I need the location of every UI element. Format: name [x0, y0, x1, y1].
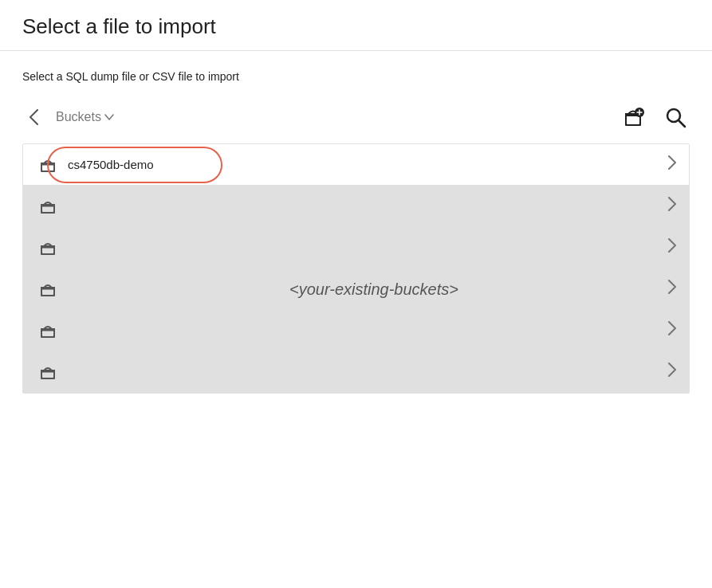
file-list: cs4750db-demo [22, 143, 690, 394]
chevron-right-icon-6 [668, 363, 676, 381]
search-icon [664, 106, 686, 128]
search-button[interactable] [661, 103, 690, 131]
subtitle: Select a SQL dump file or CSV file to im… [22, 70, 690, 83]
toolbar-right [618, 102, 690, 132]
chevron-right-icon-5 [668, 321, 676, 339]
svg-line-7 [679, 120, 685, 127]
file-row-3[interactable] [23, 227, 689, 269]
page-title: Select a file to import [22, 14, 690, 39]
bucket-icon-1 [36, 156, 60, 174]
blurred-rows-section: <your-existing-buckets> [23, 186, 689, 393]
svg-rect-25 [41, 370, 55, 373]
add-bucket-icon [621, 105, 645, 129]
file-row-6[interactable] [23, 351, 689, 393]
back-button[interactable] [22, 106, 45, 128]
file-row-4[interactable] [23, 269, 689, 310]
first-bucket-name: cs4750db-demo [60, 158, 668, 171]
chevron-right-icon-2 [668, 197, 676, 215]
chevron-down-icon [104, 114, 114, 120]
svg-rect-10 [41, 163, 55, 166]
buckets-label: Buckets [56, 110, 101, 124]
toolbar: Buckets [22, 97, 690, 137]
file-row-5[interactable] [23, 310, 689, 351]
page-header: Select a file to import [0, 0, 712, 51]
bucket-icon-3 [36, 239, 60, 257]
page-content: Select a SQL dump file or CSV file to im… [0, 51, 712, 394]
bucket-icon-2 [36, 198, 60, 215]
svg-rect-22 [41, 328, 55, 331]
file-row-2[interactable] [23, 186, 689, 227]
file-row-first[interactable]: cs4750db-demo [23, 144, 689, 186]
chevron-right-icon-3 [668, 238, 676, 257]
add-bucket-button[interactable] [618, 102, 648, 132]
bucket-icon-6 [36, 363, 60, 381]
bucket-icon-5 [36, 322, 60, 339]
svg-rect-13 [41, 204, 55, 207]
chevron-right-icon-1 [668, 155, 676, 174]
chevron-right-icon-4 [668, 280, 676, 298]
bucket-icon-4 [36, 280, 60, 298]
svg-rect-19 [41, 287, 55, 290]
buckets-dropdown[interactable]: Buckets [51, 107, 119, 127]
svg-rect-16 [41, 245, 55, 249]
toolbar-left: Buckets [22, 106, 119, 128]
